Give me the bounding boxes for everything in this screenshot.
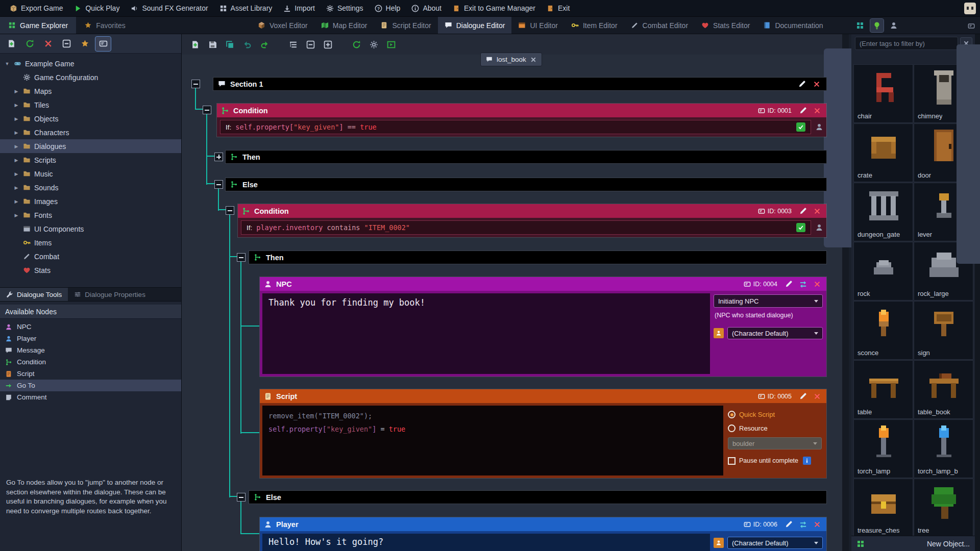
expand-toggle[interactable] xyxy=(214,153,223,161)
panel-tab-characters[interactable] xyxy=(887,19,900,32)
delete-node-button[interactable] xyxy=(812,391,822,402)
expand-arrow-icon[interactable]: ▶ xyxy=(13,213,19,218)
node-type-player[interactable]: Player xyxy=(0,333,181,344)
tree-item-example-game[interactable]: ▼Example Game xyxy=(0,57,181,70)
initiating-npc-dropdown[interactable]: Initiating NPC xyxy=(714,294,823,308)
script-code-area[interactable]: remove_item("ITEM_0002"); self.property[… xyxy=(262,406,723,475)
collapse-toggle[interactable] xyxy=(237,253,246,262)
section-bar[interactable]: Section 1 xyxy=(213,77,827,91)
tab-dialogue-properties[interactable]: Dialogue Properties xyxy=(68,288,152,301)
character-context-icon[interactable] xyxy=(815,123,823,131)
menu-quick-play[interactable]: Quick Play xyxy=(68,0,125,16)
expand-arrow-icon[interactable]: ▶ xyxy=(13,144,19,149)
tree-item-items[interactable]: Items xyxy=(0,236,181,249)
edit-node-button[interactable] xyxy=(798,391,808,402)
expand-arrow-icon[interactable]: ▶ xyxy=(13,116,19,121)
then-bar[interactable]: Then xyxy=(225,150,827,164)
tree-item-tiles[interactable]: ▶Tiles xyxy=(0,98,181,112)
expression-valid-checkbox[interactable] xyxy=(796,122,805,132)
npc-node-0004[interactable]: NPC ID: 0004 Thank you for finding my bo… xyxy=(259,277,827,377)
document-tab-lost-book[interactable]: lost_book xyxy=(480,53,542,66)
asset-dungeon-gate[interactable]: dungeon_gate xyxy=(853,183,913,241)
tree-item-maps[interactable]: ▶Maps xyxy=(0,84,181,98)
npc-dialogue-text[interactable]: Thank you for finding my book! xyxy=(262,293,710,374)
tab-dialogue-tools[interactable]: Dialogue Tools xyxy=(0,288,68,301)
node-type-comment[interactable]: Comment xyxy=(0,391,181,403)
then-bar[interactable]: Then xyxy=(249,251,827,264)
favorite-button[interactable] xyxy=(77,37,92,51)
else-bar[interactable]: Else xyxy=(225,178,827,191)
asset-table[interactable]: table xyxy=(853,360,913,419)
expand-arrow-icon[interactable]: ▼ xyxy=(4,61,10,66)
node-type-script[interactable]: Script xyxy=(0,368,181,380)
dialogue-canvas[interactable]: lost_book Section 1 xyxy=(182,34,842,551)
node-type-npc[interactable]: NPC xyxy=(0,321,181,333)
expand-arrow-icon[interactable]: ▶ xyxy=(13,130,19,135)
tab-combat-editor[interactable]: Combat Editor xyxy=(624,17,695,34)
close-tab-icon[interactable] xyxy=(530,57,536,63)
menu-sound-fx-generator[interactable]: Sound FX Generator xyxy=(125,0,213,16)
tab-stats-editor[interactable]: Stats Editor xyxy=(695,17,756,34)
condition-node-0003[interactable]: Condition ID: 0003 If: player.inventory … xyxy=(237,204,827,238)
delete-node-button[interactable] xyxy=(812,519,822,530)
edit-node-button[interactable] xyxy=(783,519,794,530)
pause-until-complete-checkbox[interactable]: Pause until complete xyxy=(728,457,822,465)
expand-arrow-icon[interactable]: ▶ xyxy=(13,171,19,177)
new-object-bar[interactable]: New Object... xyxy=(851,536,975,551)
character-dropdown[interactable]: (Character Default) xyxy=(727,327,823,339)
app-mascot-icon[interactable] xyxy=(964,3,976,14)
expand-arrow-icon[interactable]: ▶ xyxy=(13,158,19,163)
asset-torch-lamp-b[interactable]: torch_lamp_b xyxy=(914,419,973,478)
panel-tab-objects[interactable] xyxy=(853,19,867,32)
expand-arrow-icon[interactable]: ▶ xyxy=(13,103,19,108)
asset-crate[interactable]: crate xyxy=(853,123,913,182)
collapse-toggle[interactable] xyxy=(191,80,200,88)
menu-exit-to-game-manager[interactable]: Exit to Game Manager xyxy=(447,0,541,16)
node-type-condition[interactable]: Condition xyxy=(0,356,181,368)
tree-item-combat[interactable]: Combat xyxy=(0,249,181,263)
tree-item-objects[interactable]: ▶Objects xyxy=(0,112,181,126)
tab-favorites[interactable]: Favorites xyxy=(76,17,134,34)
node-type-message[interactable]: Message xyxy=(0,344,181,356)
condition-expression-row[interactable]: If: player.inventory contains "ITEM_0002… xyxy=(241,220,811,235)
tree-item-scripts[interactable]: ▶Scripts xyxy=(0,153,181,167)
tab-game-explorer[interactable]: Game Explorer xyxy=(0,17,76,34)
condition-node-0001[interactable]: Condition ID: 0001 If: self.property["ke… xyxy=(216,103,827,137)
expand-arrow-icon[interactable]: ▶ xyxy=(13,199,19,204)
character-dropdown[interactable]: (Character Default) xyxy=(727,537,823,549)
collapse-toggle[interactable] xyxy=(203,106,211,114)
expand-arrow-icon[interactable]: ▶ xyxy=(13,89,19,94)
tree-item-sounds[interactable]: ▶Sounds xyxy=(0,181,181,194)
tree-item-music[interactable]: ▶Music xyxy=(0,167,181,181)
asset-torch-lamp[interactable]: torch_lamp xyxy=(853,419,913,478)
asset-sign[interactable]: sign xyxy=(914,301,973,360)
resource-radio[interactable]: Resource xyxy=(728,424,822,432)
else-bar[interactable]: Else xyxy=(249,490,827,504)
refresh-button[interactable] xyxy=(22,37,37,51)
tree-item-fonts[interactable]: ▶Fonts xyxy=(0,208,181,222)
panel-tab-tiles[interactable] xyxy=(870,19,884,32)
tree-item-images[interactable]: ▶Images xyxy=(0,194,181,208)
tree-item-dialogues[interactable]: ▶Dialogues xyxy=(0,139,181,153)
tree-item-stats[interactable]: Stats xyxy=(0,263,181,277)
script-node-0005[interactable]: Script ID: 0005 remove_item("ITEM_0002")… xyxy=(259,389,827,479)
edit-node-button[interactable] xyxy=(798,206,808,216)
panel-toggle-button[interactable] xyxy=(966,20,977,32)
delete-node-button[interactable] xyxy=(812,106,822,116)
menu-exit[interactable]: Exit xyxy=(541,0,575,16)
delete-node-button[interactable] xyxy=(812,279,822,289)
collapse-toggle[interactable] xyxy=(214,180,223,189)
delete-section-button[interactable] xyxy=(812,79,822,89)
expression-valid-checkbox[interactable] xyxy=(796,223,805,232)
asset-rock[interactable]: rock xyxy=(853,242,913,300)
tab-voxel-editor[interactable]: Voxel Editor xyxy=(251,17,314,34)
menu-import[interactable]: Import xyxy=(278,0,321,16)
tag-filter-input[interactable] xyxy=(855,37,958,50)
collapse-toggle[interactable] xyxy=(237,493,246,502)
asset-sconce[interactable]: sconce xyxy=(853,301,913,360)
delete-node-button[interactable] xyxy=(812,206,822,216)
edit-node-button[interactable] xyxy=(798,106,808,116)
node-type-go-to[interactable]: Go To xyxy=(0,380,181,391)
menu-settings[interactable]: Settings xyxy=(321,0,369,16)
tab-ui-editor[interactable]: UI Editor xyxy=(511,17,564,34)
